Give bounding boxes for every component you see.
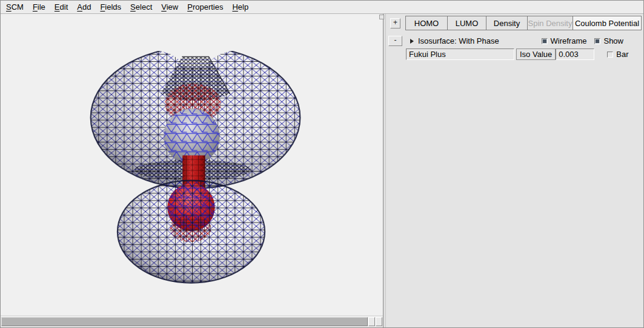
remove-field-button[interactable]: - [388,36,402,46]
menu-select[interactable]: Select [126,1,157,13]
surface-name-input[interactable] [406,49,514,60]
bar-label: Bar [616,50,628,59]
menu-edit[interactable]: Edit [50,1,73,13]
molecule-render [1,14,383,315]
wireframe-checkbox[interactable] [542,38,548,44]
iso-value-input[interactable] [556,49,594,60]
horizontal-scrollbar [1,315,383,327]
wireframe-label: Wireframe [551,36,587,45]
isosurface-header-row: - Isosurface: With Phase Wireframe Show [390,36,642,46]
tab-row: + HOMO LUMO Density Spin Density Coulomb… [390,16,642,30]
show-label: Show [603,36,623,45]
application-window: SCM File Edit Add Fields Select View Pro… [0,0,644,328]
bar-checkbox[interactable] [607,52,613,58]
tab-density[interactable]: Density [486,16,528,30]
menu-scm[interactable]: SCM [2,1,28,13]
menu-properties[interactable]: Properties [183,1,228,13]
splitter-handle[interactable] [379,15,384,19]
menu-bar: SCM File Edit Add Fields Select View Pro… [1,1,643,14]
menu-help[interactable]: Help [228,1,253,13]
viewport-column [1,14,383,327]
expand-caret-icon[interactable] [410,39,414,44]
panel-splitter[interactable] [383,14,386,327]
wireframe-checkbox-group: Wireframe [542,36,587,45]
viewport-3d[interactable] [1,14,383,315]
right-panel: + HOMO LUMO Density Spin Density Coulomb… [386,14,643,327]
menu-view[interactable]: View [157,1,183,13]
add-field-button[interactable]: + [390,18,400,28]
bar-checkbox-group: Bar [607,50,628,59]
tab-coulomb-potential[interactable]: Coulomb Potential [573,16,641,30]
scrollbar-thumb[interactable] [1,317,368,326]
tab-homo[interactable]: HOMO [406,16,448,30]
show-checkbox[interactable] [594,38,600,44]
tab-spin-density: Spin Density [528,16,573,30]
isosurface-title: Isosurface: With Phase [418,36,499,45]
menu-file[interactable]: File [28,1,50,13]
tab-lumo[interactable]: LUMO [448,16,486,30]
iso-value-label: Iso Value [516,49,556,60]
menu-add[interactable]: Add [73,1,96,13]
show-checkbox-group: Show [594,36,623,45]
isosurface-value-row: Iso Value Bar [390,49,642,60]
menu-fields[interactable]: Fields [96,1,126,13]
field-tab-bar: HOMO LUMO Density Spin Density Coulomb P… [405,16,642,30]
scrollbar-left-button[interactable] [368,317,375,326]
scrollbar-right-button[interactable] [376,317,382,326]
